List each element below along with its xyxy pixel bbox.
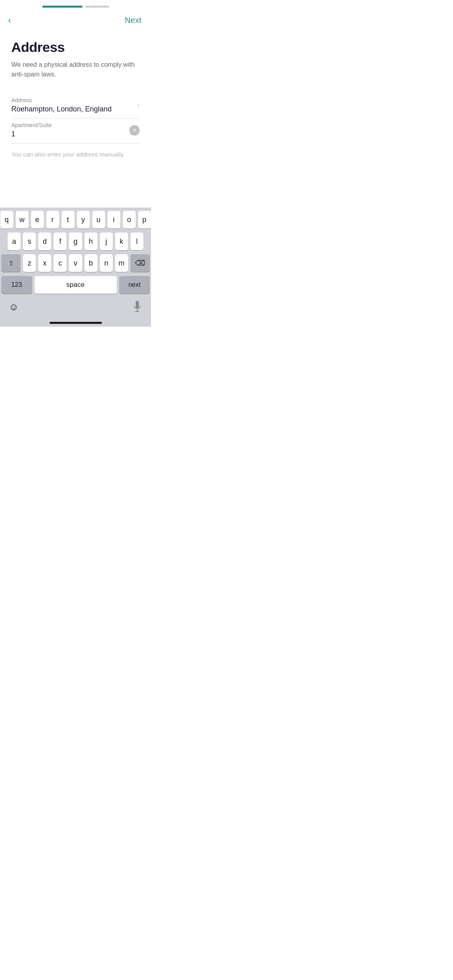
home-bar (50, 322, 102, 324)
emoji-icon: ☺ (9, 301, 19, 313)
key-delete[interactable]: ⌫ (130, 254, 150, 272)
emoji-button[interactable]: ☺ (5, 298, 23, 316)
key-g[interactable]: g (69, 233, 82, 250)
key-y[interactable]: y (77, 211, 90, 229)
key-w[interactable]: w (16, 211, 29, 229)
next-button[interactable]: Next (123, 14, 143, 27)
key-j[interactable]: j (100, 233, 113, 250)
key-d[interactable]: d (38, 233, 51, 250)
numbers-label: 123 (11, 281, 22, 288)
page-subtitle: We need a physical address to comply wit… (11, 60, 140, 79)
key-h[interactable]: h (85, 233, 97, 250)
svg-rect-0 (136, 301, 139, 308)
apartment-field-value: 1 (11, 130, 15, 138)
keyboard: q w e r t y u i o p a s d f g h j k l ⇧ (0, 208, 151, 295)
key-v[interactable]: v (69, 254, 82, 272)
page-title: Address (11, 39, 140, 55)
key-l[interactable]: l (130, 233, 143, 250)
delete-icon: ⌫ (135, 259, 145, 268)
key-n[interactable]: n (100, 254, 113, 272)
key-q[interactable]: q (0, 211, 13, 229)
key-b[interactable]: b (85, 254, 97, 272)
address-field-label: Address (11, 97, 134, 103)
keyboard-row-3: ⇧ z x c v b n m ⌫ (1, 254, 150, 272)
key-k[interactable]: k (115, 233, 128, 250)
key-r[interactable]: r (46, 211, 59, 229)
mic-icon (132, 301, 142, 313)
manual-hint[interactable]: You can also enter your address manually… (11, 151, 140, 158)
keyboard-row-2: a s d f g h j k l (1, 233, 150, 250)
key-x[interactable]: x (38, 254, 51, 272)
key-c[interactable]: c (54, 254, 66, 272)
key-z[interactable]: z (23, 254, 36, 272)
shift-icon: ⇧ (8, 259, 14, 267)
apartment-field-label: Apartment/Suite (11, 122, 126, 128)
space-label: space (66, 281, 85, 289)
page-content: Address We need a physical address to co… (0, 30, 151, 208)
key-m[interactable]: m (115, 254, 128, 272)
key-o[interactable]: o (123, 211, 136, 229)
home-indicator (0, 319, 151, 327)
key-f[interactable]: f (54, 233, 66, 250)
screen: ‹ Next Address We need a physical addres… (0, 0, 151, 327)
key-a[interactable]: a (8, 233, 21, 250)
progress-bar-container (0, 0, 151, 8)
keyboard-bottom-row: ☺ (0, 295, 151, 319)
next-label: next (128, 281, 141, 288)
key-i[interactable]: i (108, 211, 120, 229)
key-e[interactable]: e (31, 211, 44, 229)
key-numbers[interactable]: 123 (1, 276, 32, 294)
key-next[interactable]: next (119, 276, 150, 294)
key-space[interactable]: space (35, 276, 117, 294)
key-shift[interactable]: ⇧ (1, 254, 21, 272)
close-icon: ✕ (132, 128, 137, 133)
mic-button[interactable] (128, 298, 146, 316)
key-s[interactable]: s (23, 233, 36, 250)
apartment-field-row[interactable]: Apartment/Suite 1 ✕ (11, 119, 140, 144)
keyboard-row-1: q w e r t y u i o p (1, 211, 150, 229)
address-chevron-icon: › (137, 101, 140, 109)
apartment-field-content: Apartment/Suite 1 (11, 122, 126, 138)
key-u[interactable]: u (92, 211, 105, 229)
address-field-row[interactable]: Address Roehampton, London, England › (11, 94, 140, 119)
apartment-clear-button[interactable]: ✕ (129, 125, 140, 136)
address-field-content: Address Roehampton, London, England (11, 97, 134, 113)
back-button[interactable]: ‹ (8, 14, 14, 27)
nav-row: ‹ Next (0, 8, 151, 30)
key-t[interactable]: t (62, 211, 74, 229)
keyboard-row-4: 123 space next (1, 276, 150, 294)
address-field-value: Roehampton, London, England (11, 105, 112, 113)
key-p[interactable]: p (138, 211, 151, 229)
